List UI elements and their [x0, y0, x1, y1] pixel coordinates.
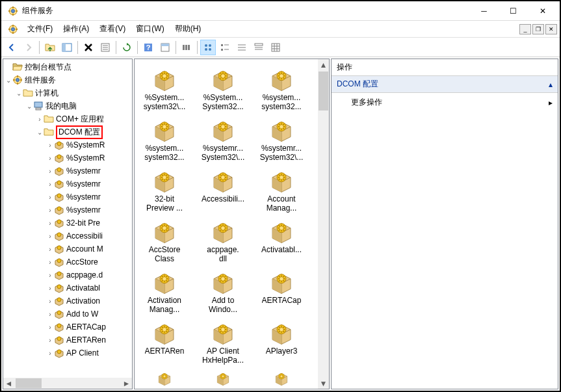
forward-button[interactable] — [21, 40, 36, 55]
tree-row[interactable]: ›%SystemR — [5, 151, 131, 164]
view2-button[interactable] — [217, 40, 233, 55]
back-button[interactable] — [4, 40, 20, 55]
actions-section[interactable]: DCOM 配置 ▴ — [332, 76, 558, 93]
list-item[interactable]: %system...system32... — [254, 64, 309, 112]
tree-row[interactable]: ›32-bit Pre — [5, 216, 131, 229]
tree-row[interactable]: ›COM+ 应用程 — [5, 112, 131, 125]
tree-row[interactable]: ›AERTACap — [5, 320, 131, 333]
tree-row[interactable]: ›AP Client — [5, 346, 131, 359]
menu-window[interactable]: 窗口(W) — [131, 21, 169, 36]
expand-icon[interactable]: › — [46, 194, 54, 201]
view3-button[interactable] — [234, 40, 250, 55]
list-item[interactable]: Activatabl... — [254, 216, 309, 265]
view-status-button[interactable] — [179, 40, 194, 55]
tree-row[interactable]: ›Accessibili — [5, 229, 131, 242]
list-item[interactable]: APlayer3 — [254, 318, 309, 366]
list-item[interactable]: %systemr...System32\... — [196, 115, 250, 163]
list-item[interactable]: %system...system32... — [137, 115, 192, 163]
list-item[interactable]: AccountManag... — [254, 166, 309, 214]
pkg-small-icon — [54, 231, 64, 241]
tree-row[interactable]: ›Activatabl — [5, 281, 131, 294]
expand-icon[interactable]: › — [46, 142, 54, 149]
menu-help[interactable]: 帮助(H) — [170, 21, 207, 36]
tree-row[interactable]: ›%systemr — [5, 203, 131, 216]
tree-row[interactable]: ⌄DCOM 配置 — [5, 125, 131, 138]
tree-row[interactable]: ⌄计算机 — [5, 86, 131, 99]
tree-row[interactable]: ›AccStore — [5, 255, 131, 268]
properties-button[interactable] — [98, 40, 113, 55]
mdi-close[interactable]: ✕ — [545, 24, 557, 34]
actions-more[interactable]: 更多操作 ▸ — [332, 93, 558, 112]
help-button[interactable]: ? — [140, 40, 156, 55]
view1-button[interactable] — [200, 40, 216, 55]
expand-icon[interactable]: › — [46, 350, 54, 357]
expand-icon[interactable]: › — [46, 207, 54, 214]
expand-icon[interactable]: › — [46, 311, 54, 318]
list-item[interactable] — [254, 369, 309, 388]
tree-row[interactable]: ›Account M — [5, 242, 131, 255]
list-vscrollbar[interactable]: ▲▼ — [318, 59, 329, 389]
close-button[interactable]: ✕ — [528, 2, 557, 20]
list-item[interactable]: %System...System32... — [196, 64, 250, 112]
menu-view[interactable]: 查看(V) — [94, 21, 131, 36]
expand-icon[interactable]: › — [46, 233, 54, 240]
menu-file[interactable]: 文件(F) — [22, 21, 58, 36]
mdi-restore[interactable]: ❐ — [532, 24, 544, 34]
list-item[interactable]: AccStoreClass — [137, 216, 192, 265]
list-item[interactable]: acppage.dll — [196, 216, 250, 265]
list-item[interactable] — [196, 369, 250, 388]
expand-icon[interactable]: › — [36, 116, 44, 123]
expand-icon[interactable]: ⌄ — [15, 90, 23, 97]
expand-icon[interactable]: › — [46, 259, 54, 266]
up-button[interactable] — [42, 40, 58, 55]
list-item[interactable]: ActivationManag... — [137, 267, 192, 315]
expand-icon[interactable]: ⌄ — [25, 103, 33, 110]
maximize-button[interactable]: ☐ — [499, 2, 528, 20]
refresh-button[interactable] — [119, 40, 135, 55]
list-item[interactable]: AERTACap — [254, 267, 309, 315]
view5-button[interactable] — [268, 40, 283, 55]
tree-row[interactable]: ⌄我的电脑 — [5, 99, 131, 112]
tree-hscrollbar[interactable]: ◄► — [3, 378, 132, 389]
tree-row[interactable]: ›AERTARen — [5, 333, 131, 346]
tree-row[interactable]: ›%SystemR — [5, 138, 131, 151]
list-item[interactable]: %systemr...System32\... — [254, 115, 309, 163]
delete-button[interactable] — [81, 40, 96, 55]
tree-row[interactable]: ›Add to W — [5, 307, 131, 320]
tree-row[interactable]: ›Activation — [5, 294, 131, 307]
expand-icon[interactable]: › — [46, 220, 54, 227]
expand-icon[interactable]: › — [46, 246, 54, 253]
list-item[interactable] — [137, 369, 192, 388]
expand-icon[interactable]: › — [46, 168, 54, 175]
tree-row[interactable]: ›%systemr — [5, 177, 131, 190]
menu-action[interactable]: 操作(A) — [58, 21, 94, 36]
view4-button[interactable] — [251, 40, 267, 55]
list-item[interactable]: Accessibili... — [196, 166, 250, 214]
list-item[interactable]: AERTARen — [137, 318, 192, 366]
expand-icon[interactable]: › — [46, 298, 54, 305]
expand-icon[interactable]: › — [46, 272, 54, 279]
expand-icon[interactable]: › — [46, 181, 54, 188]
list-item[interactable]: 32-bitPreview ... — [137, 166, 192, 214]
toolbar: ? — [1, 38, 560, 57]
mdi-minimize[interactable]: _ — [519, 24, 531, 34]
expand-icon[interactable]: › — [46, 155, 54, 162]
list-item[interactable]: AP ClientHxHelpPa... — [196, 318, 250, 366]
expand-icon[interactable]: › — [46, 324, 54, 331]
tree-row[interactable]: ›%systemr — [5, 190, 131, 203]
toggle-button[interactable] — [157, 40, 173, 55]
expand-icon[interactable]: › — [46, 285, 54, 292]
tree-row[interactable]: 控制台根节点 — [5, 60, 131, 73]
list-item[interactable]: %System...system32\... — [137, 64, 192, 112]
tree-panel[interactable]: 控制台根节点⌄组件服务⌄计算机⌄我的电脑›COM+ 应用程⌄DCOM 配置›%S… — [3, 59, 133, 389]
expand-icon[interactable]: › — [46, 337, 54, 344]
tree-row[interactable]: ›acppage.d — [5, 268, 131, 281]
tree-row[interactable]: ›%systemr — [5, 164, 131, 177]
minimize-button[interactable]: ─ — [469, 2, 499, 20]
show-hide-tree-button[interactable] — [59, 40, 75, 55]
expand-icon[interactable]: ⌄ — [5, 77, 12, 84]
tree-row[interactable]: ⌄组件服务 — [5, 73, 131, 86]
list-panel[interactable]: %System...system32\...%System...System32… — [134, 59, 330, 389]
list-item[interactable]: Add toWindo... — [196, 267, 250, 315]
expand-icon[interactable]: ⌄ — [36, 129, 44, 136]
